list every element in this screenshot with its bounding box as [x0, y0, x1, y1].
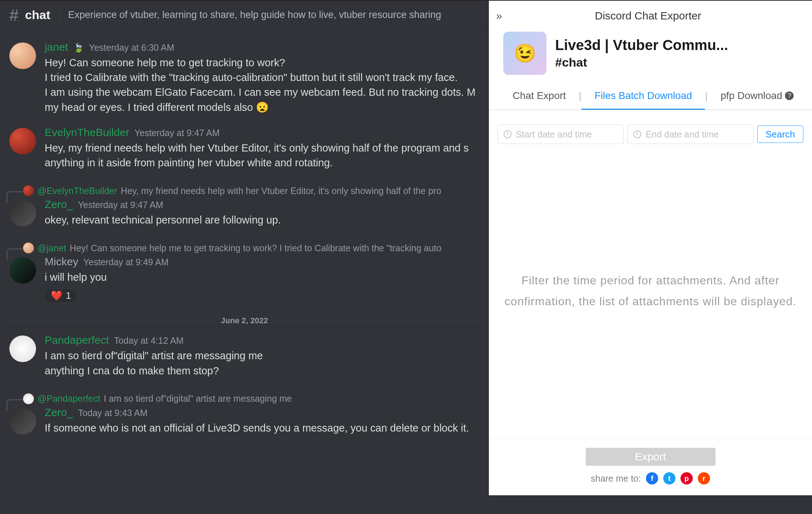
- tab-separator: |: [579, 90, 581, 102]
- message-text: I am so tierd of"digital" artist are mes…: [45, 348, 479, 378]
- server-name: Live3d | Vtuber Commu...: [555, 37, 728, 53]
- channel-topic: Experience of vtuber, learning to share,…: [68, 9, 441, 21]
- server-row: 😉 Live3d | Vtuber Commu... #chat: [489, 31, 812, 82]
- tab-pfp-label: pfp Download: [720, 90, 782, 102]
- export-button[interactable]: Export: [586, 448, 715, 466]
- reaction-count: 1: [66, 290, 71, 301]
- message-timestamp: Today at 9:43 AM: [78, 408, 147, 418]
- tab-chat-export[interactable]: Chat Export: [500, 82, 579, 109]
- reddit-icon[interactable]: r: [698, 472, 710, 484]
- avatar[interactable]: [9, 257, 36, 284]
- heart-icon: ❤️: [51, 290, 62, 301]
- panel-header: » Discord Chat Exporter: [489, 1, 812, 31]
- message: Zero_Yesterday at 9:47 AMokey, relevant …: [0, 197, 489, 238]
- tab-files-batch[interactable]: Files Batch Download: [581, 82, 705, 110]
- tabs: Chat Export | Files Batch Download | pfp…: [489, 82, 812, 110]
- end-date-placeholder: End date and time: [646, 129, 719, 140]
- server-channel: #chat: [555, 55, 728, 69]
- message-timestamp: Today at 4:12 AM: [114, 335, 183, 346]
- share-label: share me to:: [591, 473, 641, 484]
- message-text: Hey, my friend needs help with her Vtube…: [45, 141, 479, 170]
- avatar[interactable]: [9, 128, 36, 154]
- channel-header: # chat Experience of vtuber, learning to…: [0, 1, 489, 30]
- author-name[interactable]: Zero_: [45, 198, 73, 211]
- avatar[interactable]: [9, 335, 36, 362]
- clock-icon: [633, 130, 641, 138]
- author-name[interactable]: Mickey: [45, 256, 78, 268]
- author-name[interactable]: Pandaperfect: [45, 334, 109, 346]
- server-icon: 😉: [503, 32, 546, 75]
- hint-text: Filter the time period for attachments. …: [503, 270, 798, 312]
- message-timestamp: Yesterday at 9:47 AM: [134, 128, 220, 138]
- avatar[interactable]: [9, 408, 36, 434]
- author-name[interactable]: Zero_: [45, 406, 73, 419]
- reply-author[interactable]: @Pandaperfect: [37, 393, 100, 404]
- tab-separator: |: [705, 90, 708, 102]
- reply-text: I am so tierd of"digital" artist are mes…: [104, 393, 292, 404]
- pinterest-icon[interactable]: p: [681, 472, 693, 484]
- panel-footer: Export share me to: f t p r: [489, 438, 812, 495]
- reply-text: Hey, my friend needs help with her Vtube…: [121, 186, 441, 196]
- panel-title: Discord Chat Exporter: [507, 10, 789, 22]
- message: Zero_Today at 9:43 AMIf someone who is n…: [0, 405, 489, 446]
- date-divider: June 2, 2022: [9, 316, 479, 325]
- reply-reference[interactable]: @PandaperfectI am so tierd of"digital" a…: [23, 393, 489, 404]
- reply-author[interactable]: @EvelynTheBuilder: [37, 186, 117, 196]
- message: MickeyYesterday at 9:49 AMi will help yo…: [0, 254, 489, 313]
- share-row: share me to: f t p r: [591, 472, 710, 484]
- search-button[interactable]: Search: [757, 126, 803, 143]
- reply-reference[interactable]: @EvelynTheBuilderHey, my friend needs he…: [23, 185, 489, 196]
- twitter-icon[interactable]: t: [663, 472, 675, 484]
- filter-row: Start date and time End date and time Se…: [489, 110, 812, 144]
- collapse-icon[interactable]: »: [496, 10, 502, 22]
- reply-text: Hey! Can someone help me to get tracking…: [70, 243, 442, 253]
- tab-pfp-download[interactable]: pfp Download ?: [708, 82, 807, 109]
- message: janet🍃Yesterday at 6:30 AMHey! Can someo…: [0, 40, 489, 125]
- author-name[interactable]: EvelynTheBuilder: [45, 126, 129, 139]
- message-timestamp: Yesterday at 9:49 AM: [83, 257, 169, 267]
- message-timestamp: Yesterday at 9:47 AM: [78, 200, 163, 210]
- start-date-input[interactable]: Start date and time: [498, 125, 624, 144]
- message-text: If someone who is not an official of Liv…: [45, 421, 479, 436]
- avatar[interactable]: [9, 42, 36, 69]
- message-text: i will help you: [45, 270, 479, 285]
- author-name[interactable]: janet: [45, 41, 68, 53]
- help-icon[interactable]: ?: [785, 91, 794, 100]
- reply-avatar: [23, 243, 34, 253]
- divider: [60, 8, 61, 22]
- message-text: Hey! Can someone help me to get tracking…: [45, 55, 479, 115]
- clock-icon: [504, 130, 512, 138]
- discord-chat-pane: # chat Experience of vtuber, learning to…: [0, 0, 489, 514]
- reaction[interactable]: ❤️1: [45, 288, 77, 303]
- exporter-panel: » Discord Chat Exporter 😉 Live3d | Vtube…: [489, 0, 812, 495]
- message-text: okey, relevant technical personnel are f…: [45, 213, 479, 227]
- hint-area: Filter the time period for attachments. …: [489, 144, 812, 438]
- message-list[interactable]: janet🍃Yesterday at 6:30 AMHey! Can someo…: [0, 30, 489, 514]
- message-timestamp: Yesterday at 6:30 AM: [89, 42, 174, 53]
- reply-avatar: [23, 185, 34, 196]
- hash-icon: #: [9, 5, 19, 25]
- reply-reference[interactable]: @janetHey! Can someone help me to get tr…: [23, 243, 489, 253]
- message: PandaperfectToday at 4:12 AMI am so tier…: [0, 333, 489, 388]
- message: EvelynTheBuilderYesterday at 9:47 AMHey,…: [0, 125, 489, 180]
- date-label: June 2, 2022: [216, 316, 273, 325]
- channel-name: chat: [25, 8, 50, 22]
- reply-author[interactable]: @janet: [37, 243, 66, 253]
- avatar[interactable]: [9, 200, 36, 226]
- end-date-input[interactable]: End date and time: [627, 125, 753, 144]
- facebook-icon[interactable]: f: [646, 472, 658, 484]
- leaf-icon: 🍃: [73, 43, 84, 53]
- start-date-placeholder: Start date and time: [516, 129, 592, 140]
- reply-avatar: [23, 393, 34, 404]
